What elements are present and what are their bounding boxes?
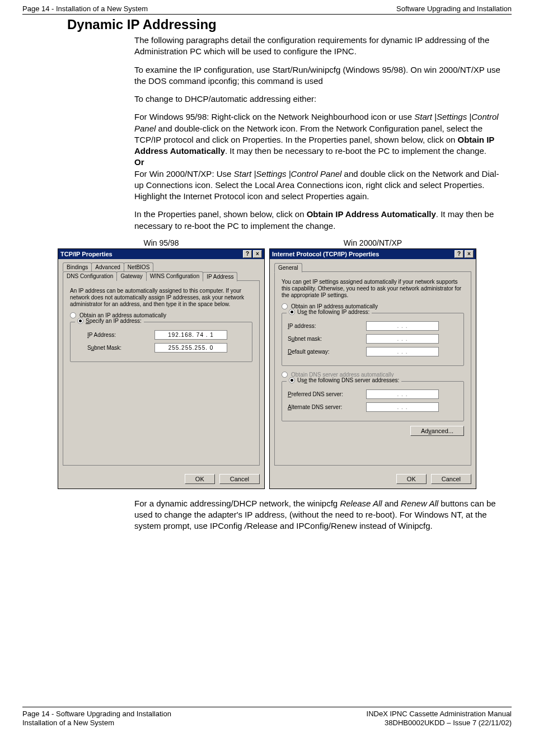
- tab-general[interactable]: General: [274, 263, 302, 273]
- preferred-dns-field[interactable]: . . .: [366, 389, 439, 399]
- tab-bindings[interactable]: Bindings: [63, 262, 92, 271]
- para-3: To change to DHCP/automatic addressing e…: [134, 93, 500, 105]
- tab-advanced[interactable]: Advanced: [91, 262, 124, 271]
- radio-icon: [289, 377, 295, 383]
- close-button[interactable]: ×: [465, 250, 474, 258]
- para-7: For a dynamic addressing/DHCP network, t…: [134, 498, 500, 532]
- alternate-dns-label: Alternate DNS server:: [288, 404, 366, 410]
- subnet-mask-label: Subnet mask:: [288, 336, 366, 342]
- win2k-titlebar: Internet Protocol (TCP/IP) Properties ? …: [270, 249, 476, 259]
- footer-left: Page 14 - Software Upgrading and Install…: [22, 710, 171, 729]
- ip-address-field[interactable]: . . .: [366, 321, 439, 331]
- win95-dialog: TCP/IP Properties ? × Bindings Advanced …: [58, 248, 265, 489]
- cancel-button[interactable]: Cancel: [219, 474, 260, 484]
- header-left: Page 14 - Installation of a New System: [22, 4, 148, 13]
- tab-dns[interactable]: DNS Configuration: [63, 271, 117, 281]
- radio-icon: [77, 318, 83, 324]
- radio-use-following-ip[interactable]: Use the following IP address:: [287, 309, 372, 315]
- caption-win95: Win 95/98: [58, 238, 265, 247]
- ok-button[interactable]: OK: [185, 474, 215, 484]
- win95-title: TCP/IP Properties: [60, 251, 113, 257]
- para-4: For Windows 95/98: Right-click on the Ne…: [134, 111, 500, 157]
- header-rule: [22, 14, 512, 15]
- radio-icon: [289, 309, 295, 315]
- para-1: The following paragraphs detail the conf…: [134, 35, 500, 58]
- para-2: To examine the IP configuration, use Sta…: [134, 64, 500, 87]
- close-button[interactable]: ×: [253, 250, 262, 258]
- tab-ipaddress[interactable]: IP Address: [203, 272, 237, 281]
- win95-desc: An IP address can be automatically assig…: [70, 288, 252, 308]
- win95-titlebar: TCP/IP Properties ? ×: [58, 249, 264, 259]
- para-5: For Win 2000/NT/XP: Use Start |Settings …: [134, 168, 500, 203]
- para-6: In the Properties panel, shown below, cl…: [134, 209, 500, 232]
- gateway-label: Default gateway:: [288, 349, 366, 355]
- help-button[interactable]: ?: [243, 250, 252, 258]
- gateway-field[interactable]: . . .: [366, 347, 439, 356]
- subnet-mask-field[interactable]: . . .: [366, 334, 439, 344]
- header-right: Software Upgrading and Installation: [396, 4, 512, 13]
- radio-specify[interactable]: Specify an IP address:: [75, 318, 144, 324]
- or-label: Or: [134, 157, 500, 168]
- preferred-dns-label: Preferred DNS server:: [288, 391, 366, 397]
- section-title: Dynamic IP Addressing: [67, 17, 512, 32]
- cancel-button[interactable]: Cancel: [431, 474, 471, 484]
- caption-win2k: Win 2000/NT/XP: [269, 238, 476, 247]
- ok-button[interactable]: OK: [396, 474, 427, 484]
- tab-gateway[interactable]: Gateway: [116, 271, 146, 281]
- ip-address-label: IP address:: [288, 323, 366, 329]
- win2k-desc: You can get IP settings assigned automat…: [282, 279, 464, 299]
- tab-netbios[interactable]: NetBIOS: [124, 262, 153, 271]
- advanced-button[interactable]: Advanced...: [410, 426, 464, 436]
- radio-use-following-dns[interactable]: Use the following DNS server addresses:: [287, 377, 401, 383]
- alternate-dns-field[interactable]: . . .: [366, 402, 439, 412]
- footer-right: INDeX IPNC Cassette Administration Manua…: [367, 710, 512, 729]
- win2k-dialog: Internet Protocol (TCP/IP) Properties ? …: [269, 248, 476, 489]
- subnet-mask-label: Subnet Mask:: [76, 345, 154, 351]
- help-button[interactable]: ?: [455, 250, 463, 258]
- tab-wins[interactable]: WINS Configuration: [146, 271, 203, 281]
- subnet-mask-field[interactable]: 255.255.255. 0: [154, 343, 227, 353]
- win2k-title: Internet Protocol (TCP/IP) Properties: [272, 251, 379, 257]
- ip-address-label: IP Address:: [76, 332, 154, 338]
- ip-address-field[interactable]: 192.168. 74 . 1: [154, 330, 227, 340]
